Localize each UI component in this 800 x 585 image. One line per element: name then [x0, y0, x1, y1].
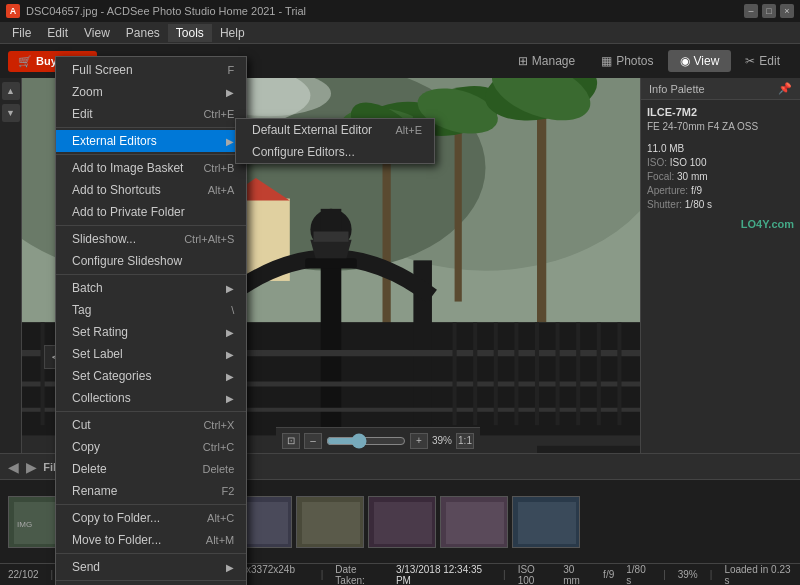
add-basket-label: Add to Image Basket	[72, 161, 183, 175]
status-separator-4: |	[663, 569, 666, 580]
titlebar: A DSC04657.jpg - ACDSee Photo Studio Hom…	[0, 0, 800, 22]
filmstrip-scroll-left[interactable]: ◀	[8, 459, 19, 475]
filmstrip-thumb-5[interactable]	[296, 496, 364, 548]
delete-shortcut: Delete	[202, 463, 234, 475]
menu-tools[interactable]: Tools	[168, 24, 212, 42]
menu-configure-slideshow[interactable]: Configure Slideshow	[56, 250, 246, 272]
move-to-folder-shortcut: Alt+M	[206, 534, 234, 546]
filmstrip-scroll-right[interactable]: ▶	[26, 459, 37, 475]
tab-view[interactable]: ◉ View	[668, 50, 732, 72]
ext-editors-submenu: Default External Editor Alt+E Configure …	[235, 118, 435, 164]
submenu-default-editor[interactable]: Default External Editor Alt+E	[236, 119, 434, 141]
app-icon: A	[6, 4, 20, 18]
arrow-down-icon[interactable]: ▼	[2, 104, 20, 122]
menu-help[interactable]: Help	[212, 24, 253, 42]
menu-batch[interactable]: Batch ▶	[56, 277, 246, 299]
window-controls[interactable]: – □ ×	[744, 4, 794, 18]
svg-rect-60	[537, 446, 640, 453]
copy-shortcut: Ctrl+C	[203, 441, 234, 453]
tab-manage[interactable]: ⊞ Manage	[506, 50, 587, 72]
tab-edit[interactable]: ✂ Edit	[733, 50, 792, 72]
status-zoom: 39%	[678, 569, 698, 580]
lens-name: FE 24-70mm F4 ZA OSS	[647, 121, 794, 132]
edit-icon: ✂	[745, 54, 755, 68]
menu-set-label[interactable]: Set Label ▶	[56, 343, 246, 365]
menu-add-private[interactable]: Add to Private Folder	[56, 201, 246, 223]
zoom-minus-button[interactable]: –	[304, 433, 322, 449]
svg-rect-35	[305, 258, 357, 268]
menu-copy[interactable]: Copy Ctrl+C	[56, 436, 246, 458]
menu-group-send: Send ▶	[56, 554, 246, 581]
camera-model: ILCE-7M2	[647, 106, 794, 118]
menu-set-categories[interactable]: Set Categories ▶	[56, 365, 246, 387]
menu-slideshow[interactable]: Slideshow... Ctrl+Alt+S	[56, 228, 246, 250]
maximize-button[interactable]: □	[762, 4, 776, 18]
svg-rect-78	[446, 502, 504, 544]
info-panel-header: Info Palette 📌	[641, 78, 800, 100]
configure-slideshow-label: Configure Slideshow	[72, 254, 182, 268]
menu-file[interactable]: File	[4, 24, 39, 42]
minimize-button[interactable]: –	[744, 4, 758, 18]
cart-icon: 🛒	[18, 55, 32, 68]
shutter-label: Shutter:	[647, 199, 685, 210]
collections-arrow-icon: ▶	[226, 393, 234, 404]
focal-label: Focal:	[647, 171, 677, 182]
menu-group-folder-ops: Copy to Folder... Alt+C Move to Folder..…	[56, 505, 246, 554]
close-button[interactable]: ×	[780, 4, 794, 18]
menu-cut[interactable]: Cut Ctrl+X	[56, 414, 246, 436]
shutter-row: Shutter: 1/80 s	[647, 199, 794, 210]
status-shutter: 1/80 s	[626, 564, 651, 586]
default-editor-shortcut: Alt+E	[395, 124, 422, 136]
status-iso: ISO 100	[518, 564, 552, 586]
menu-group-editors: External Editors ▶	[56, 128, 246, 155]
menu-collections[interactable]: Collections ▶	[56, 387, 246, 409]
zoom-slider[interactable]	[326, 433, 406, 449]
aperture-label: Aperture:	[647, 185, 691, 196]
menu-rename[interactable]: Rename F2	[56, 480, 246, 502]
svg-rect-26	[537, 96, 546, 323]
tab-photos[interactable]: ▦ Photos	[589, 50, 665, 72]
status-separator-1: |	[51, 569, 54, 580]
menu-view[interactable]: View	[76, 24, 118, 42]
photos-icon: ▦	[601, 54, 612, 68]
menu-zoom[interactable]: Zoom ▶	[56, 81, 246, 103]
rename-shortcut: F2	[221, 485, 234, 497]
menu-panes[interactable]: Panes	[118, 24, 168, 42]
status-separator-3: |	[503, 569, 506, 580]
menu-add-basket[interactable]: Add to Image Basket Ctrl+B	[56, 157, 246, 179]
menu-group-slideshow: Slideshow... Ctrl+Alt+S Configure Slides…	[56, 226, 246, 275]
set-label-arrow-icon: ▶	[226, 349, 234, 360]
filmstrip-thumb-8[interactable]	[512, 496, 580, 548]
menu-set-rating[interactable]: Set Rating ▶	[56, 321, 246, 343]
menu-external-editors[interactable]: External Editors ▶	[56, 130, 246, 152]
submenu-configure-editors[interactable]: Configure Editors...	[236, 141, 434, 163]
copy-to-folder-shortcut: Alt+C	[207, 512, 234, 524]
menu-copy-to-folder[interactable]: Copy to Folder... Alt+C	[56, 507, 246, 529]
info-panel-pin-icon[interactable]: 📌	[778, 82, 792, 95]
batch-arrow-icon: ▶	[226, 283, 234, 294]
menu-tag[interactable]: Tag \	[56, 299, 246, 321]
menu-edit[interactable]: Edit	[39, 24, 76, 42]
send-label: Send	[72, 560, 100, 574]
set-rating-arrow-icon: ▶	[226, 327, 234, 338]
menu-send[interactable]: Send ▶	[56, 556, 246, 578]
filmstrip-thumb-7[interactable]	[440, 496, 508, 548]
zoom-ratio-button[interactable]: 1:1	[456, 433, 474, 449]
iso-value: ISO 100	[670, 157, 707, 168]
aperture-row: Aperture: f/9	[647, 185, 794, 196]
zoom-plus-button[interactable]: +	[410, 433, 428, 449]
filmstrip-thumb-6[interactable]	[368, 496, 436, 548]
status-separator-2: |	[321, 569, 324, 580]
menu-group-metadata: Batch ▶ Tag \ Set Rating ▶ Set Label ▶ S…	[56, 275, 246, 412]
menu-edit-item[interactable]: Edit Ctrl+E	[56, 103, 246, 125]
menu-fullscreen[interactable]: Full Screen F	[56, 59, 246, 81]
view-icon: ◉	[680, 54, 690, 68]
menu-move-to-folder[interactable]: Move to Folder... Alt+M	[56, 529, 246, 551]
zoom-fit-button[interactable]: ⊡	[282, 433, 300, 449]
camera-model-row: ILCE-7M2	[647, 106, 794, 118]
status-separator-5: |	[710, 569, 713, 580]
tag-label: Tag	[72, 303, 91, 317]
menu-add-shortcuts[interactable]: Add to Shortcuts Alt+A	[56, 179, 246, 201]
menu-delete[interactable]: Delete Delete	[56, 458, 246, 480]
arrow-up-icon[interactable]: ▲	[2, 82, 20, 100]
